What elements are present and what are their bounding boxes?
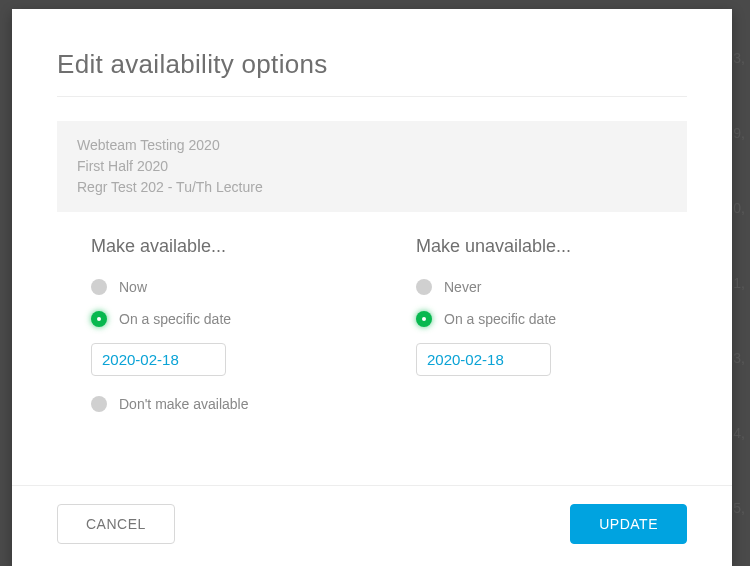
cancel-button[interactable]: CANCEL [57, 504, 175, 544]
context-line-2: First Half 2020 [77, 156, 667, 177]
make-unavailable-section: Make unavailable... Never On a specific … [382, 236, 687, 428]
context-line-1: Webteam Testing 2020 [77, 135, 667, 156]
make-available-heading: Make available... [91, 236, 362, 257]
make-unavailable-heading: Make unavailable... [416, 236, 687, 257]
radio-icon [416, 279, 432, 295]
edit-availability-dialog: Edit availability options Webteam Testin… [12, 9, 732, 566]
radio-icon [91, 311, 107, 327]
update-button[interactable]: UPDATE [570, 504, 687, 544]
unavailable-date-input[interactable] [416, 343, 551, 376]
radio-available-now[interactable]: Now [91, 279, 362, 295]
dialog-body: Edit availability options Webteam Testin… [12, 9, 732, 485]
dialog-title: Edit availability options [57, 49, 687, 97]
radio-unavailable-specific-date[interactable]: On a specific date [416, 311, 687, 327]
radio-dont-make-available[interactable]: Don't make available [91, 396, 362, 412]
radio-label: Don't make available [119, 396, 249, 412]
dialog-footer: CANCEL UPDATE [12, 485, 732, 566]
radio-icon [416, 311, 432, 327]
radio-icon [91, 279, 107, 295]
radio-label: On a specific date [119, 311, 231, 327]
context-line-3: Regr Test 202 - Tu/Th Lecture [77, 177, 667, 198]
context-info: Webteam Testing 2020 First Half 2020 Reg… [57, 121, 687, 212]
make-available-section: Make available... Now On a specific date… [57, 236, 362, 428]
available-date-input[interactable] [91, 343, 226, 376]
radio-available-specific-date[interactable]: On a specific date [91, 311, 362, 327]
radio-unavailable-never[interactable]: Never [416, 279, 687, 295]
radio-label: On a specific date [444, 311, 556, 327]
radio-label: Never [444, 279, 481, 295]
options-columns: Make available... Now On a specific date… [57, 236, 687, 428]
radio-icon [91, 396, 107, 412]
radio-label: Now [119, 279, 147, 295]
